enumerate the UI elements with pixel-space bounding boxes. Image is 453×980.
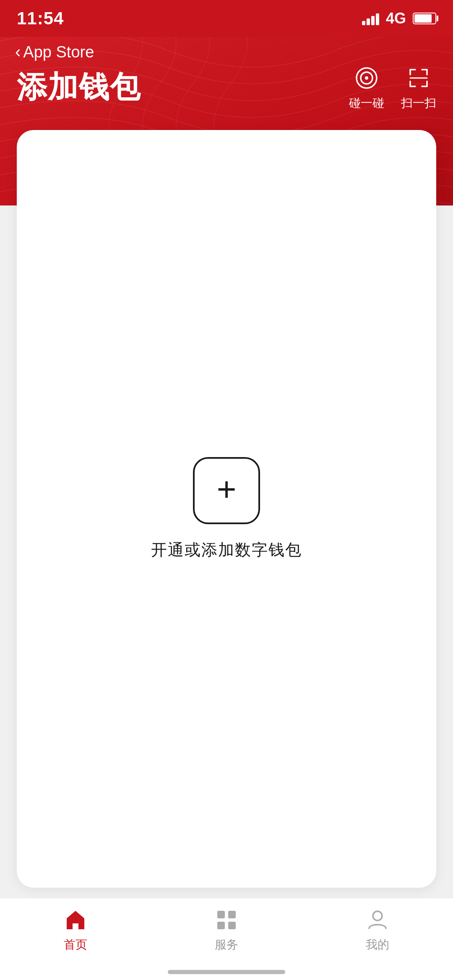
svg-rect-6 — [217, 922, 225, 929]
home-indicator — [168, 970, 285, 974]
back-button[interactable]: ‹ App Store — [15, 43, 94, 61]
status-time: 11:54 — [17, 8, 64, 29]
home-icon — [62, 907, 89, 933]
tab-bar: 首页 服务 我的 — [0, 898, 453, 980]
svg-point-2 — [365, 76, 368, 80]
header-actions: 碰一碰 扫一扫 — [349, 63, 436, 111]
home-tab-label: 首页 — [64, 937, 87, 953]
status-bar: 11:54 4G — [0, 0, 453, 37]
tab-home[interactable]: 首页 — [34, 907, 117, 953]
network-label: 4G — [386, 10, 406, 27]
svg-rect-5 — [228, 911, 236, 918]
tab-services[interactable]: 服务 — [185, 907, 268, 953]
svg-point-8 — [373, 911, 382, 920]
main-card: + 开通或添加数字钱包 — [17, 130, 436, 888]
tab-profile[interactable]: 我的 — [336, 907, 419, 953]
svg-rect-7 — [228, 922, 236, 929]
touch-action[interactable]: 碰一碰 — [349, 63, 384, 111]
svg-rect-4 — [217, 911, 225, 918]
back-label: App Store — [23, 43, 94, 61]
battery-icon — [413, 13, 436, 24]
touch-label: 碰一碰 — [349, 95, 384, 111]
status-right: 4G — [362, 10, 436, 27]
plus-box-icon: + — [193, 457, 260, 524]
touch-icon — [352, 63, 381, 93]
signal-icon — [362, 12, 379, 25]
page-header: 添加钱包 碰一碰 — [0, 62, 453, 112]
services-tab-label: 服务 — [215, 937, 238, 953]
scan-action[interactable]: 扫一扫 — [401, 63, 436, 111]
add-wallet-text: 开通或添加数字钱包 — [151, 539, 302, 561]
profile-icon — [364, 907, 391, 933]
scan-icon — [404, 63, 433, 93]
battery-fill — [414, 14, 432, 23]
add-wallet-button[interactable]: + 开通或添加数字钱包 — [151, 457, 302, 561]
back-arrow-icon: ‹ — [15, 43, 21, 60]
services-icon — [213, 907, 240, 933]
scan-label: 扫一扫 — [401, 95, 436, 111]
page-title: 添加钱包 — [17, 67, 141, 107]
plus-sign-icon: + — [217, 473, 237, 506]
profile-tab-label: 我的 — [366, 937, 389, 953]
